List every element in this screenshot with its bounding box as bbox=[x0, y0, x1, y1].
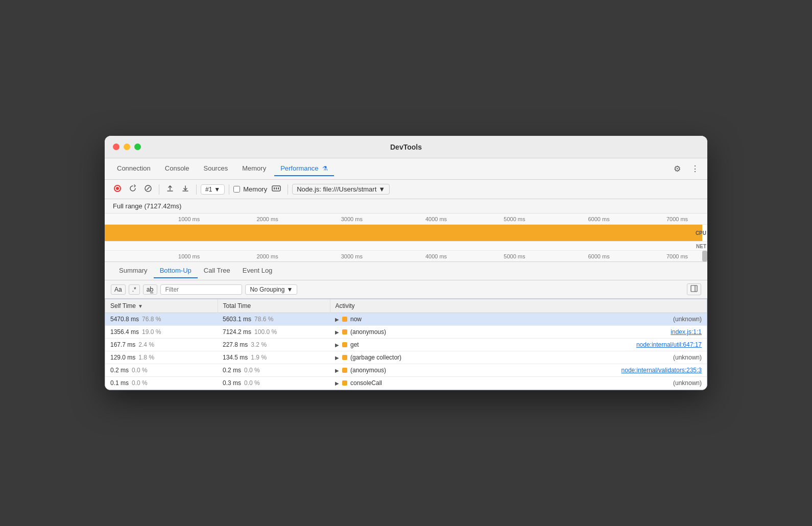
expand-icon[interactable]: ▶ bbox=[335, 380, 339, 386]
marker2-2000: 2000 ms bbox=[256, 253, 278, 259]
activity-cell: ▶ get node:internal/util:647:17 bbox=[330, 339, 707, 351]
cpu-label: CPU bbox=[696, 230, 706, 236]
clear-button[interactable] bbox=[141, 183, 155, 196]
whole-word-button[interactable]: ab̲ bbox=[143, 284, 158, 295]
case-sensitive-button[interactable]: Aa bbox=[111, 284, 126, 295]
activity-name: (garbage collector) bbox=[350, 354, 401, 361]
tab-call-tree[interactable]: Call Tree bbox=[198, 264, 236, 278]
activity-cell: ▶ consoleCall (unknown) bbox=[330, 377, 707, 390]
memory-label[interactable]: Memory bbox=[243, 185, 267, 193]
expand-icon[interactable]: ▶ bbox=[335, 329, 339, 335]
minimize-button[interactable] bbox=[124, 144, 130, 150]
profile-selector[interactable]: #1 ▼ bbox=[201, 184, 225, 195]
tab-memory[interactable]: Memory bbox=[236, 161, 272, 176]
data-table-container: Self Time ▼ Total Time Activity 5470.8 m… bbox=[105, 299, 707, 390]
more-button[interactable]: ⋮ bbox=[689, 162, 701, 176]
table-row[interactable]: 167.7 ms2.4 %227.8 ms3.2 % ▶ get node:in… bbox=[105, 339, 707, 351]
expand-icon[interactable]: ▶ bbox=[335, 317, 339, 322]
activity-name: now bbox=[350, 316, 362, 323]
total-time-cell: 0.2 ms0.0 % bbox=[218, 364, 330, 377]
col-total-time[interactable]: Total Time bbox=[218, 299, 330, 313]
devtools-window: DevTools Connection Console Sources Memo… bbox=[105, 136, 707, 390]
grouping-dropdown-icon: ▼ bbox=[286, 286, 293, 293]
download-button[interactable] bbox=[179, 183, 192, 196]
grouping-selector[interactable]: No Grouping ▼ bbox=[245, 284, 297, 295]
tab-console[interactable]: Console bbox=[159, 161, 196, 176]
table-row[interactable]: 5470.8 ms76.8 %5603.1 ms78.6 % ▶ now (un… bbox=[105, 313, 707, 326]
source-link[interactable]: index.js:1:1 bbox=[671, 328, 702, 336]
panel-toggle-button[interactable] bbox=[687, 283, 701, 295]
tab-sources[interactable]: Sources bbox=[197, 161, 234, 176]
performance-table: Self Time ▼ Total Time Activity 5470.8 m… bbox=[105, 299, 707, 390]
activity-cell: ▶ now (unknown) bbox=[330, 313, 707, 326]
filter-input[interactable] bbox=[160, 284, 242, 295]
source-link[interactable]: node:internal/validators:235:3 bbox=[622, 367, 702, 374]
record-button[interactable] bbox=[111, 183, 124, 196]
memory-icon-button[interactable] bbox=[269, 183, 283, 196]
sort-icon: ▼ bbox=[138, 303, 143, 309]
svg-rect-9 bbox=[278, 187, 279, 189]
table-row[interactable]: 1356.4 ms19.0 %7124.2 ms100.0 % ▶ (anony… bbox=[105, 326, 707, 339]
toolbar-right: ⚙ ⋮ bbox=[672, 162, 701, 176]
window-controls bbox=[113, 144, 141, 150]
cpu-bar[interactable]: CPU bbox=[105, 225, 707, 241]
separator-1 bbox=[159, 184, 159, 195]
tab-connection[interactable]: Connection bbox=[111, 161, 157, 176]
reload-button[interactable] bbox=[126, 183, 139, 196]
marker-3000: 3000 ms bbox=[341, 216, 363, 222]
activity-color-dot bbox=[342, 317, 347, 322]
maximize-button[interactable] bbox=[134, 144, 141, 150]
self-time-cell: 5470.8 ms76.8 % bbox=[105, 313, 218, 326]
tab-bar: Connection Console Sources Memory Perfor… bbox=[105, 158, 707, 180]
close-button[interactable] bbox=[113, 144, 120, 150]
source-text: (unknown) bbox=[673, 354, 702, 361]
total-time-cell: 227.8 ms3.2 % bbox=[218, 339, 330, 351]
expand-icon[interactable]: ▶ bbox=[335, 368, 339, 373]
activity-name: consoleCall bbox=[350, 379, 382, 387]
svg-rect-10 bbox=[691, 285, 697, 292]
memory-checkbox[interactable] bbox=[233, 186, 240, 193]
marker-5000: 5000 ms bbox=[504, 216, 525, 222]
net-bar: NET bbox=[105, 241, 707, 250]
window-title: DevTools bbox=[390, 143, 422, 151]
activity-color-dot bbox=[342, 329, 347, 334]
expand-icon[interactable]: ▶ bbox=[335, 355, 339, 361]
memory-checkbox-group: Memory bbox=[233, 185, 267, 193]
regex-button[interactable]: .* bbox=[129, 284, 140, 295]
table-row[interactable]: 0.1 ms0.0 %0.3 ms0.0 % ▶ consoleCall (un… bbox=[105, 377, 707, 390]
node-selector-button[interactable]: Node.js: file:///Users/stmart ▼ bbox=[292, 184, 390, 195]
col-activity[interactable]: Activity bbox=[330, 299, 707, 313]
activity-color-dot bbox=[342, 380, 347, 386]
marker2-5000: 5000 ms bbox=[504, 253, 525, 259]
source-link[interactable]: node:internal/util:647:17 bbox=[636, 341, 702, 348]
marker-6000: 6000 ms bbox=[588, 216, 609, 222]
settings-button[interactable]: ⚙ bbox=[672, 162, 683, 176]
tab-performance[interactable]: Performance ⚗ bbox=[274, 161, 334, 176]
filter-bar: Aa .* ab̲ No Grouping ▼ bbox=[105, 280, 707, 299]
self-time-cell: 0.1 ms0.0 % bbox=[105, 377, 218, 390]
time-ruler-bottom: 1000 ms 2000 ms 3000 ms 4000 ms 5000 ms … bbox=[105, 250, 707, 261]
activity-name: (anonymous) bbox=[350, 367, 386, 374]
svg-line-3 bbox=[147, 187, 150, 190]
svg-rect-8 bbox=[276, 187, 277, 189]
marker2-1000: 1000 ms bbox=[178, 253, 200, 259]
activity-name: (anonymous) bbox=[350, 328, 386, 336]
col-self-time[interactable]: Self Time ▼ bbox=[105, 299, 218, 313]
total-time-cell: 0.3 ms0.0 % bbox=[218, 377, 330, 390]
table-row[interactable]: 0.2 ms0.0 %0.2 ms0.0 % ▶ (anonymous) nod… bbox=[105, 364, 707, 377]
table-header-row: Self Time ▼ Total Time Activity bbox=[105, 299, 707, 313]
marker-2000: 2000 ms bbox=[256, 216, 278, 222]
source-text: (unknown) bbox=[673, 379, 702, 387]
tab-event-log[interactable]: Event Log bbox=[236, 264, 279, 278]
table-row[interactable]: 129.0 ms1.8 %134.5 ms1.9 % ▶ (garbage co… bbox=[105, 351, 707, 364]
separator-3 bbox=[229, 184, 229, 195]
separator-4 bbox=[288, 184, 288, 195]
titlebar: DevTools bbox=[105, 136, 707, 158]
self-time-cell: 129.0 ms1.8 % bbox=[105, 351, 218, 364]
tab-bottom-up[interactable]: Bottom-Up bbox=[154, 264, 198, 278]
tab-summary[interactable]: Summary bbox=[113, 264, 154, 278]
upload-button[interactable] bbox=[163, 183, 177, 196]
marker-7000: 7000 ms bbox=[666, 216, 688, 222]
scrollbar-thumb[interactable] bbox=[702, 251, 707, 261]
expand-icon[interactable]: ▶ bbox=[335, 342, 339, 348]
